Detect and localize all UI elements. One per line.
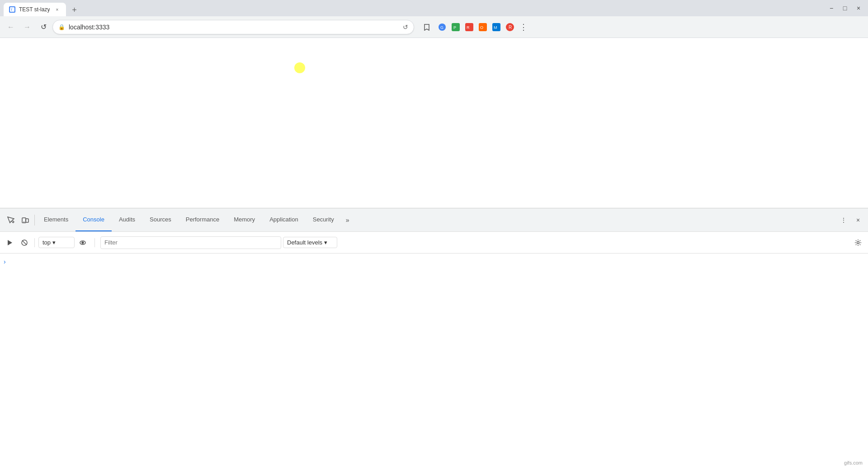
tab-performance[interactable]: Performance xyxy=(179,208,226,231)
bookmark-button[interactable] xyxy=(420,20,434,34)
devtools-more-tabs-button[interactable]: » xyxy=(341,214,354,226)
tab-audits[interactable]: Audits xyxy=(112,208,142,231)
inspect-element-button[interactable] xyxy=(4,213,18,227)
tab-title: TEST st-lazy xyxy=(19,6,50,13)
console-eye-button[interactable] xyxy=(76,236,89,249)
address-input[interactable] xyxy=(69,24,399,31)
new-tab-button[interactable]: + xyxy=(68,4,80,16)
lock-icon: 🔒 xyxy=(58,24,65,30)
tab-favicon: T xyxy=(9,6,15,13)
ext-icon-1[interactable]: G xyxy=(436,21,448,33)
console-divider-1 xyxy=(34,238,35,247)
minimize-button[interactable]: − xyxy=(826,2,837,14)
cursor xyxy=(296,64,303,71)
console-toolbar: top ▾ Default levels ▾ xyxy=(0,232,868,254)
tab-close-button[interactable]: × xyxy=(53,6,61,13)
extension-icons: G P R O M xyxy=(436,21,530,33)
svg-point-22 xyxy=(857,241,859,244)
filter-bar-divider xyxy=(94,238,95,247)
maximize-button[interactable]: □ xyxy=(839,2,851,14)
browser-titlebar: T TEST st-lazy × + − □ × xyxy=(0,0,868,16)
console-settings-button[interactable] xyxy=(852,236,864,249)
ext-icon-2[interactable]: P xyxy=(449,21,462,33)
devtools-tabs: Elements Console Audits Sources Performa… xyxy=(37,208,837,231)
svg-text:T: T xyxy=(10,8,13,12)
devtools-actions: ⋮ × xyxy=(837,214,864,226)
nav-bar: ← → ↺ 🔒 ↺ G P R xyxy=(0,16,868,38)
console-context-selector[interactable]: top ▾ xyxy=(38,237,75,248)
tab-console[interactable]: Console xyxy=(75,208,112,231)
svg-line-19 xyxy=(22,240,27,245)
svg-text:R: R xyxy=(467,25,470,30)
ext-icon-5[interactable]: M xyxy=(490,21,503,33)
address-bar-container: 🔒 ↺ xyxy=(52,20,414,34)
profile-icon[interactable]: R xyxy=(504,21,516,33)
devtools-divider-1 xyxy=(34,215,35,226)
devtools-menu-button[interactable]: ⋮ xyxy=(837,214,850,226)
cursor-dot xyxy=(294,62,305,73)
console-log-level-selector[interactable]: Default levels ▾ xyxy=(283,237,337,248)
toolbar-icons xyxy=(420,20,434,34)
tab-sources[interactable]: Sources xyxy=(142,208,179,231)
console-block-button[interactable] xyxy=(18,236,31,249)
console-chevron-icon: › xyxy=(4,258,6,265)
browser-tab-active[interactable]: T TEST st-lazy × xyxy=(4,3,66,16)
devtools-panel: Elements Console Audits Sources Performa… xyxy=(0,208,868,470)
tab-security[interactable]: Security xyxy=(306,208,341,231)
svg-text:G: G xyxy=(440,25,443,30)
devtools-tabs-toolbar: Elements Console Audits Sources Performa… xyxy=(0,208,868,232)
svg-text:R: R xyxy=(509,25,512,30)
forward-button[interactable]: → xyxy=(20,20,34,34)
back-button[interactable]: ← xyxy=(4,20,18,34)
svg-text:M: M xyxy=(494,25,497,30)
console-content: › xyxy=(0,254,868,470)
tab-application[interactable]: Application xyxy=(262,208,306,231)
svg-text:O: O xyxy=(480,25,483,30)
main-content xyxy=(0,38,868,208)
svg-point-21 xyxy=(82,242,84,244)
tab-elements[interactable]: Elements xyxy=(37,208,75,231)
devtools-close-button[interactable]: × xyxy=(852,214,864,226)
device-toolbar-button[interactable] xyxy=(18,213,33,227)
console-prompt-line: › xyxy=(0,255,868,268)
ext-icon-3[interactable]: R xyxy=(463,21,476,33)
svg-text:P: P xyxy=(453,25,456,30)
svg-rect-15 xyxy=(26,219,28,222)
menu-button[interactable]: ⋮ xyxy=(517,21,530,33)
console-filter-input[interactable] xyxy=(100,236,281,249)
address-reload-icon[interactable]: ↺ xyxy=(403,24,408,31)
ext-icon-4[interactable]: O xyxy=(476,21,489,33)
close-button[interactable]: × xyxy=(853,2,864,14)
console-play-button[interactable] xyxy=(4,236,16,249)
reload-button[interactable]: ↺ xyxy=(36,20,51,34)
tab-bar: T TEST st-lazy × + xyxy=(4,0,826,16)
watermark: gifs.com xyxy=(842,459,864,466)
window-controls: − □ × xyxy=(826,2,864,14)
tab-memory[interactable]: Memory xyxy=(226,208,262,231)
